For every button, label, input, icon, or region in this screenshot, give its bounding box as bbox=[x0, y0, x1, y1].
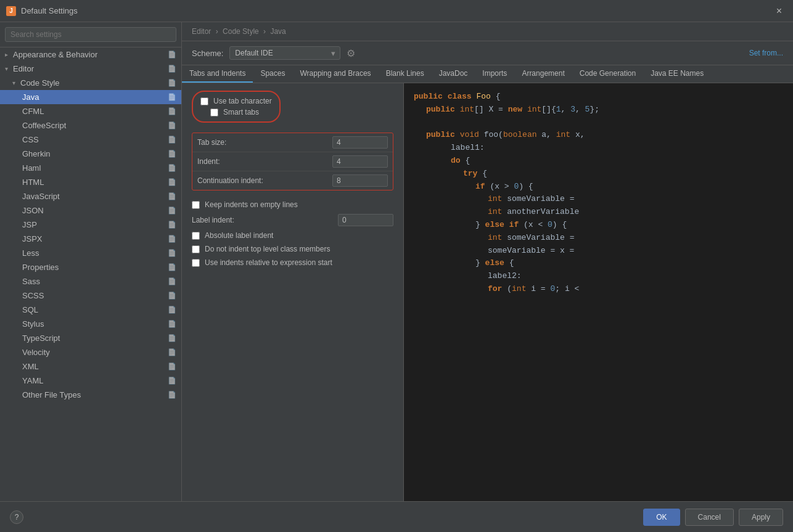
sidebar-item-less[interactable]: Less📄 bbox=[0, 246, 181, 260]
sidebar-item-sql[interactable]: SQL📄 bbox=[0, 303, 181, 317]
close-button[interactable]: × bbox=[771, 3, 787, 19]
page-icon: 📄 bbox=[168, 107, 176, 115]
page-icon: 📄 bbox=[168, 320, 176, 328]
keep-indents-label[interactable]: Keep indents on empty lines bbox=[205, 200, 298, 209]
sidebar-item-content: JSPX bbox=[22, 234, 168, 243]
tab-size-row: Tab size: bbox=[192, 133, 393, 152]
sidebar-item-label: TypeScript bbox=[22, 334, 60, 343]
use-tab-character-checkbox[interactable] bbox=[200, 97, 208, 105]
page-icon: 📄 bbox=[168, 93, 176, 101]
use-indents-relative-row: Use indents relative to expression start bbox=[192, 258, 393, 267]
scheme-gear-icon[interactable]: ⚙ bbox=[347, 47, 355, 59]
code-line-3 bbox=[414, 117, 783, 129]
sidebar-item-scss[interactable]: SCSS📄 bbox=[0, 289, 181, 303]
sidebar-item-jsp[interactable]: JSP📄 bbox=[0, 218, 181, 232]
sidebar-item-javascript[interactable]: JavaScript📄 bbox=[0, 189, 181, 203]
sidebar-item-label: Gherkin bbox=[22, 149, 51, 158]
set-from-link[interactable]: Set from... bbox=[749, 49, 783, 57]
expand-icon: ▸ bbox=[5, 51, 8, 58]
page-icon: 📄 bbox=[168, 377, 176, 385]
collapse-icon: ▾ bbox=[12, 80, 15, 86]
sidebar-item-content: JSP bbox=[22, 220, 168, 229]
tab-imports[interactable]: Imports bbox=[475, 65, 514, 83]
sidebar-item-properties[interactable]: Properties📄 bbox=[0, 260, 181, 274]
sidebar-item-yaml[interactable]: YAML📄 bbox=[0, 374, 181, 388]
page-icon: 📄 bbox=[168, 292, 176, 300]
code-line-16: for (int i = 0; i < bbox=[414, 283, 783, 296]
search-input[interactable] bbox=[5, 27, 176, 42]
sidebar-item-json[interactable]: JSON📄 bbox=[0, 203, 181, 218]
scheme-select-wrap: Default IDE bbox=[229, 46, 340, 60]
sidebar-item-label: Java bbox=[22, 92, 39, 102]
smart-tabs-label[interactable]: Smart tabs bbox=[223, 108, 259, 117]
help-button[interactable]: ? bbox=[10, 510, 23, 524]
use-indents-relative-checkbox[interactable] bbox=[192, 259, 200, 267]
tab-wrapping-and-braces[interactable]: Wrapping and Braces bbox=[292, 65, 378, 83]
code-line-13: someVariable = x = bbox=[414, 245, 783, 258]
code-line-4: public void foo(boolean a, int x, bbox=[414, 129, 783, 142]
keep-indents-checkbox[interactable] bbox=[192, 201, 200, 209]
sidebar-item-content: SCSS bbox=[22, 291, 168, 300]
sidebar-item-jspx[interactable]: JSPX📄 bbox=[0, 232, 181, 246]
sidebar-item-label: YAML bbox=[22, 376, 43, 385]
tab-size-input[interactable] bbox=[332, 136, 388, 149]
app-icon: J bbox=[6, 6, 16, 16]
do-not-indent-checkbox[interactable] bbox=[192, 245, 200, 253]
scheme-select[interactable]: Default IDE bbox=[229, 46, 340, 60]
code-line-1: public class Foo { bbox=[414, 91, 783, 104]
tab-javadoc[interactable]: JavaDoc bbox=[432, 65, 475, 83]
sidebar-item-label: JSP bbox=[22, 220, 37, 229]
breadcrumb-java: Java bbox=[270, 27, 286, 36]
do-not-indent-label[interactable]: Do not indent top level class members bbox=[205, 245, 330, 253]
sidebar-item-content: Properties bbox=[22, 263, 168, 272]
cancel-button[interactable]: Cancel bbox=[685, 509, 734, 526]
tab-spaces[interactable]: Spaces bbox=[253, 65, 292, 83]
tab-blank-lines[interactable]: Blank Lines bbox=[379, 65, 432, 83]
absolute-label-indent-row: Absolute label indent bbox=[192, 231, 393, 240]
page-icon: 📄 bbox=[168, 150, 176, 158]
smart-tabs-checkbox[interactable] bbox=[210, 108, 218, 117]
sidebar-item-java[interactable]: Java📄 bbox=[0, 90, 181, 104]
continuation-indent-input[interactable] bbox=[332, 174, 388, 187]
sidebar-item-stylus[interactable]: Stylus📄 bbox=[0, 317, 181, 331]
sidebar-item-content: ▾Editor bbox=[5, 64, 168, 73]
use-indents-relative-label[interactable]: Use indents relative to expression start bbox=[205, 258, 332, 267]
tab-java-ee-names[interactable]: Java EE Names bbox=[643, 65, 711, 83]
sidebar-item-velocity[interactable]: Velocity📄 bbox=[0, 345, 181, 359]
sidebar-item-code-style[interactable]: ▾Code Style📄 bbox=[0, 76, 181, 90]
sidebar-item-appearance-&-behavior[interactable]: ▸Appearance & Behavior📄 bbox=[0, 47, 181, 62]
page-icon: 📄 bbox=[168, 235, 176, 243]
sidebar-item-label: XML bbox=[22, 362, 39, 371]
tab-arrangement[interactable]: Arrangement bbox=[514, 65, 572, 83]
sidebar-item-label: Sass bbox=[22, 277, 40, 286]
sidebar-item-label: CFML bbox=[22, 107, 44, 116]
sidebar-item-cfml[interactable]: CFML📄 bbox=[0, 104, 181, 118]
apply-button[interactable]: Apply bbox=[739, 509, 783, 526]
label-indent-input[interactable] bbox=[338, 214, 393, 226]
indent-input[interactable] bbox=[332, 155, 388, 168]
sidebar-item-coffeescript[interactable]: CoffeeScript📄 bbox=[0, 118, 181, 133]
use-tab-character-label[interactable]: Use tab character bbox=[213, 97, 272, 105]
sidebar-item-label: JSON bbox=[22, 206, 44, 215]
page-icon: 📄 bbox=[168, 249, 176, 257]
absolute-label-indent-checkbox[interactable] bbox=[192, 232, 200, 240]
sidebar-item-css[interactable]: CSS📄 bbox=[0, 133, 181, 147]
sidebar-item-html[interactable]: HTML📄 bbox=[0, 175, 181, 189]
sidebar-item-xml[interactable]: XML📄 bbox=[0, 359, 181, 374]
ok-button[interactable]: OK bbox=[643, 509, 680, 526]
sidebar-item-typescript[interactable]: TypeScript📄 bbox=[0, 331, 181, 345]
absolute-label-indent-label[interactable]: Absolute label indent bbox=[205, 231, 273, 240]
sidebar-item-gherkin[interactable]: Gherkin📄 bbox=[0, 147, 181, 161]
sidebar-item-content: JSON bbox=[22, 206, 168, 215]
code-line-12: int someVariable = bbox=[414, 232, 783, 245]
sidebar-item-sass[interactable]: Sass📄 bbox=[0, 274, 181, 289]
sidebar-item-editor[interactable]: ▾Editor📄 bbox=[0, 62, 181, 76]
scheme-label: Scheme: bbox=[192, 49, 223, 58]
sidebar-item-other-file-types[interactable]: Other File Types📄 bbox=[0, 388, 181, 402]
tab-code-generation[interactable]: Code Generation bbox=[572, 65, 643, 83]
label-indent-row: Label indent: bbox=[192, 214, 393, 226]
sidebar-item-haml[interactable]: Haml📄 bbox=[0, 161, 181, 175]
tab-tabs-and-indents[interactable]: Tabs and Indents bbox=[182, 65, 253, 83]
indent-row: Indent: bbox=[192, 152, 393, 171]
label-indent-label: Label indent: bbox=[192, 216, 333, 224]
